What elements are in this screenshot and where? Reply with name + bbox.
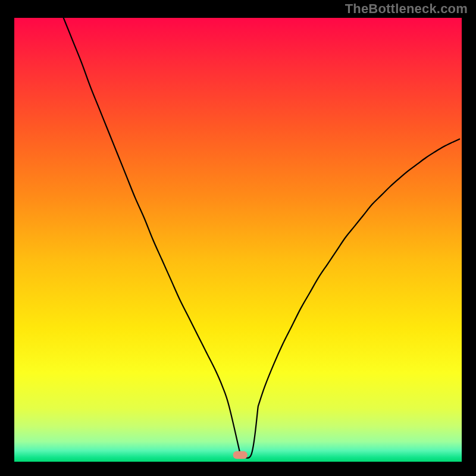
watermark-text: TheBottleneck.com (345, 1, 468, 17)
chart-container: TheBottleneck.com (0, 0, 476, 476)
plot-background (14, 18, 462, 462)
optimal-point-marker (233, 451, 248, 459)
bottleneck-chart (14, 18, 462, 462)
